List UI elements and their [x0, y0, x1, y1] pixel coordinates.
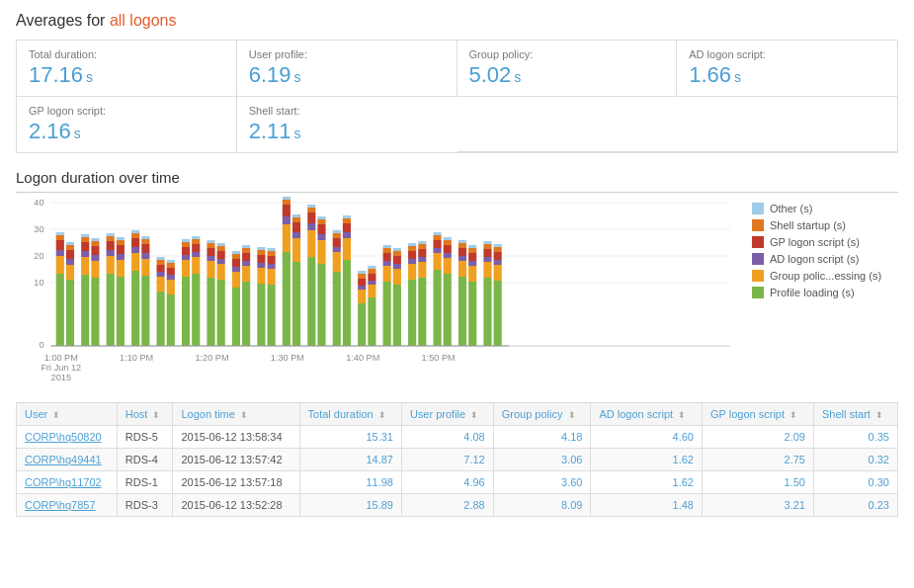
legend-shell-startup: Shell startup (s)	[752, 219, 898, 231]
svg-rect-141	[317, 216, 325, 219]
svg-rect-116	[268, 251, 276, 256]
svg-rect-126	[292, 232, 300, 238]
legend-ad-logon-color	[752, 253, 764, 265]
cell-ad-logon: 4.60	[591, 426, 703, 449]
svg-rect-103	[242, 253, 250, 261]
col-user[interactable]: User ⬍	[17, 403, 118, 426]
legend-profile: Profile loading (s)	[752, 287, 898, 298]
svg-rect-50	[131, 233, 139, 238]
svg-rect-46	[131, 271, 139, 346]
col-group-policy[interactable]: Group policy ⬍	[493, 403, 591, 426]
svg-rect-202	[458, 277, 466, 346]
svg-rect-61	[157, 265, 165, 272]
avg-shell-start: Shell start: 2.11s	[237, 97, 457, 152]
cell-shell-start: 0.30	[813, 471, 897, 494]
svg-rect-66	[167, 275, 175, 280]
svg-rect-217	[483, 249, 491, 257]
svg-rect-21	[66, 242, 74, 245]
svg-text:20: 20	[34, 251, 43, 261]
cell-host: RDS-5	[117, 426, 173, 449]
svg-rect-191	[433, 253, 441, 270]
averages-title: Averages for all logons	[16, 12, 898, 30]
svg-rect-225	[494, 244, 502, 247]
col-gp-logon[interactable]: GP logon script ⬍	[703, 403, 814, 426]
cell-user[interactable]: CORP\hq49441	[17, 449, 118, 471]
svg-rect-107	[257, 268, 265, 284]
svg-text:2015: 2015	[51, 373, 71, 382]
svg-rect-136	[317, 264, 325, 346]
svg-rect-86	[207, 243, 214, 248]
col-shell-start[interactable]: Shell start ⬍	[813, 403, 897, 426]
cell-host: RDS-3	[117, 494, 173, 517]
svg-rect-132	[307, 223, 315, 230]
col-user-profile[interactable]: User profile ⬍	[401, 403, 493, 426]
cell-user[interactable]: CORP\hq11702	[17, 471, 118, 494]
svg-rect-183	[408, 243, 416, 246]
svg-rect-124	[292, 262, 300, 346]
svg-rect-153	[343, 215, 351, 218]
svg-text:Fri Jun 12: Fri Jun 12	[41, 363, 81, 373]
svg-rect-197	[444, 258, 452, 274]
averages-grid: Total duration: 17.16s User profile: 6.1…	[16, 40, 898, 153]
cell-shell-start: 0.32	[813, 449, 897, 471]
svg-rect-168	[383, 261, 391, 266]
svg-rect-200	[444, 240, 452, 245]
svg-rect-190	[433, 270, 441, 346]
svg-rect-159	[358, 271, 366, 274]
svg-rect-108	[257, 263, 265, 268]
svg-rect-185	[418, 262, 426, 278]
svg-rect-27	[81, 234, 89, 237]
svg-rect-65	[167, 280, 175, 294]
svg-rect-75	[182, 239, 190, 242]
svg-rect-48	[131, 247, 139, 253]
svg-rect-54	[141, 253, 149, 259]
legend-group-policy: Group polic...essing (s)	[752, 270, 898, 282]
svg-rect-41	[117, 260, 125, 277]
svg-rect-62	[157, 260, 165, 265]
svg-rect-110	[257, 250, 265, 255]
svg-rect-100	[242, 282, 250, 346]
svg-rect-177	[393, 248, 401, 251]
cell-group-policy: 8.09	[493, 494, 591, 517]
svg-rect-55	[141, 244, 149, 253]
cell-user[interactable]: CORP\hq7857	[17, 494, 118, 517]
svg-rect-144	[333, 247, 341, 252]
svg-rect-165	[368, 266, 375, 269]
svg-rect-160	[368, 297, 375, 346]
svg-rect-184	[418, 278, 426, 346]
svg-rect-187	[418, 249, 426, 257]
cell-user[interactable]: CORP\hq50820	[17, 426, 118, 449]
cell-ad-logon: 1.62	[591, 449, 703, 471]
svg-rect-57	[141, 236, 149, 239]
svg-rect-139	[317, 224, 325, 234]
svg-rect-102	[242, 261, 250, 266]
svg-rect-77	[192, 257, 200, 274]
svg-rect-219	[483, 241, 491, 244]
svg-rect-215	[483, 262, 491, 278]
svg-rect-85	[207, 248, 214, 256]
svg-rect-195	[433, 232, 441, 235]
cell-logon-time: 2015-06-12 13:58:34	[173, 426, 299, 449]
svg-rect-179	[408, 264, 416, 280]
svg-rect-113	[268, 269, 276, 285]
svg-rect-30	[91, 255, 99, 261]
svg-rect-173	[393, 269, 401, 285]
legend-gp-logon: GP logon script (s)	[752, 236, 898, 248]
svg-rect-40	[117, 277, 125, 346]
col-logon-time[interactable]: Logon time ⬍	[173, 403, 299, 426]
svg-text:40: 40	[34, 198, 43, 208]
col-host[interactable]: Host ⬍	[117, 403, 173, 426]
col-total-duration[interactable]: Total duration ⬍	[299, 403, 401, 426]
svg-rect-45	[117, 237, 125, 240]
cell-gp-logon: 1.50	[703, 471, 814, 494]
svg-rect-25	[81, 242, 89, 251]
svg-rect-157	[358, 279, 366, 286]
svg-rect-31	[91, 246, 99, 255]
avg-group-policy: Group policy: 5.02s	[457, 41, 678, 97]
svg-rect-154	[358, 303, 366, 346]
svg-rect-208	[468, 282, 476, 346]
cell-gp-logon: 2.09	[703, 426, 814, 449]
col-ad-logon[interactable]: AD logon script ⬍	[591, 403, 703, 426]
svg-rect-35	[107, 256, 115, 274]
svg-rect-114	[268, 264, 276, 269]
